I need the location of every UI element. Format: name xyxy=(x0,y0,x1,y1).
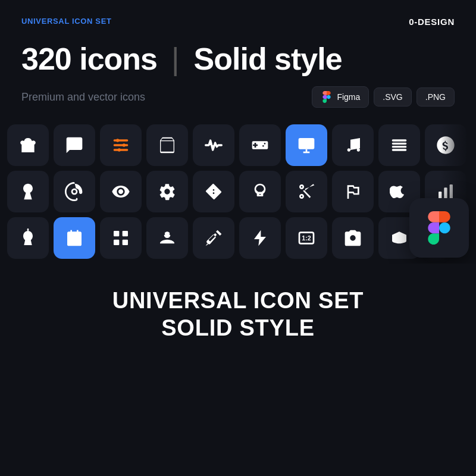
header: UNIVERSAL ICON SET 0-DESIGN xyxy=(0,0,476,27)
figma-overlay xyxy=(409,198,469,258)
svg-point-20 xyxy=(164,231,171,238)
svg-rect-19 xyxy=(123,240,128,245)
at-icon xyxy=(54,171,95,212)
headline: 320 icons | Solid style xyxy=(21,41,455,77)
style-text: Solid style xyxy=(194,41,342,77)
gamepad-icon xyxy=(239,124,281,166)
svg-badge[interactable]: .SVG xyxy=(374,87,411,107)
headline-divider: | xyxy=(171,41,180,77)
mountain-icon xyxy=(332,171,374,212)
aspect-icon: 1:2 xyxy=(286,217,327,259)
svg-rect-6 xyxy=(299,138,315,149)
svg-rect-16 xyxy=(114,231,119,236)
burger-icon xyxy=(378,124,420,166)
icon-grid-wrapper: 1:2 xyxy=(0,124,476,259)
subtitle-row: Premium and vector icons Figma .SVG .PNG xyxy=(21,86,455,108)
basket-icon xyxy=(146,124,188,166)
bottom-title-line1: UNIVERSAL ICON SET xyxy=(21,287,455,315)
bottom-section: UNIVERSAL ICON SET SOLID STYLE xyxy=(0,268,476,361)
figma-label: Figma xyxy=(337,92,360,102)
icon-count-text: 320 icons xyxy=(21,41,157,77)
bandaid-icon xyxy=(193,171,234,212)
subtitle-text: Premium and vector icons xyxy=(21,91,145,104)
icon-grid-section: 1:2 xyxy=(0,124,476,264)
lightbulb-icon xyxy=(239,171,281,212)
lightning-icon xyxy=(239,217,281,259)
svg-point-21 xyxy=(163,233,165,235)
svg-text:1:2: 1:2 xyxy=(302,234,311,242)
svg-rect-18 xyxy=(114,240,119,245)
pear-icon xyxy=(7,217,49,259)
svg-point-22 xyxy=(170,233,171,235)
svg-point-5 xyxy=(118,148,121,151)
badges: Figma .SVG .PNG xyxy=(312,86,455,108)
svg-rect-12 xyxy=(67,231,82,246)
display-icon xyxy=(286,124,327,166)
grid-icon xyxy=(100,217,142,259)
figma-overlay-icon xyxy=(422,211,456,245)
settings-icon xyxy=(146,171,188,212)
icon-row-1 xyxy=(0,124,476,166)
syringe-icon xyxy=(193,217,234,259)
hero-section: 320 icons | Solid style Premium and vect… xyxy=(0,27,476,108)
designer-label: 0-DESIGN xyxy=(409,17,455,27)
chat-icon xyxy=(54,124,95,166)
brand-label: UNIVERSAL ICON SET xyxy=(21,17,112,26)
sliders-icon xyxy=(100,124,142,166)
png-badge[interactable]: .PNG xyxy=(416,87,455,107)
bottom-title-line2: SOLID STYLE xyxy=(21,315,455,342)
svg-point-4 xyxy=(123,143,126,146)
svg-rect-17 xyxy=(123,231,128,236)
figma-badge[interactable]: Figma xyxy=(312,86,369,108)
face-icon xyxy=(146,217,188,259)
icecream-icon xyxy=(7,171,49,212)
svg-point-3 xyxy=(116,139,119,142)
calendar-icon xyxy=(54,217,95,259)
icon-row-3: 1:2 xyxy=(0,217,476,259)
figma-icon xyxy=(321,91,333,103)
heartbeat-icon xyxy=(193,124,234,166)
camera-icon xyxy=(332,217,374,259)
chef-hat-icon xyxy=(7,124,49,166)
icon-row-2 xyxy=(0,171,476,212)
scissors-icon xyxy=(286,171,327,212)
music-icon xyxy=(332,124,374,166)
eye-icon xyxy=(100,171,142,212)
